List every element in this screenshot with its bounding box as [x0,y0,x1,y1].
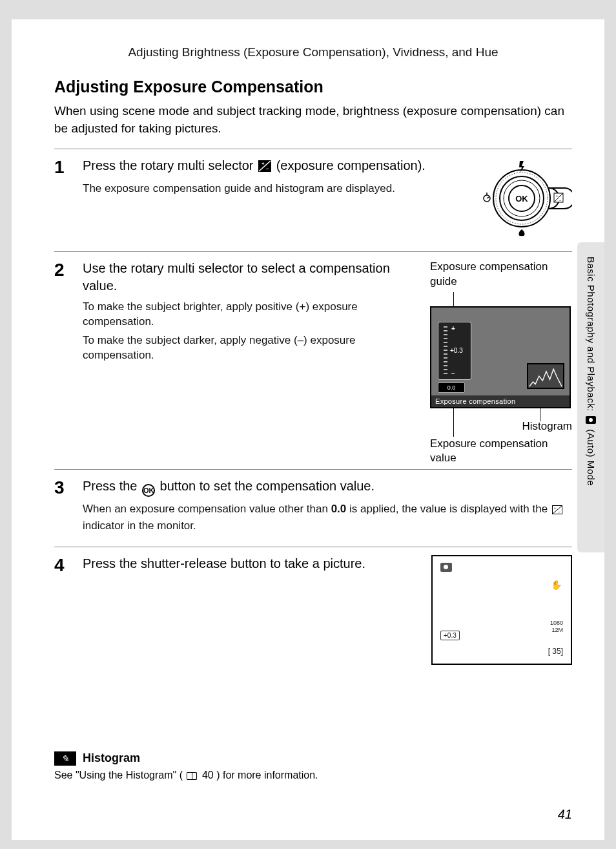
step-sub: The exposure compensation guide and hist… [83,182,471,196]
page-number: 41 [558,807,572,822]
manual-page: Adjusting Brightness (Exposure Compensat… [12,19,604,840]
step-sub: When an exposure compensation value othe… [83,502,572,534]
svg-text:−: − [558,510,560,514]
exposure-value-badge: 0.0 [438,383,465,393]
step-3: 3 Press the OK button to set the compens… [54,470,572,547]
text: button to set the compensation value. [160,479,375,493]
label-exposure-guide: Exposure compensation guide [430,260,572,289]
ok-label: OK [515,194,528,204]
step-lead: Press the shutter-release button to take… [83,555,417,572]
step-1: 1 Press the rotary multi selector +− (ex… [54,149,572,251]
note-title: Histogram [83,751,140,765]
text: Press the rotary multi selector [83,158,257,173]
result-screen-figure: ✋ +0.3 108012M [ 35] [427,555,572,665]
rotary-selector-figure: OK +− [482,157,572,242]
camera-icon [586,416,596,424]
step-sub: To make the subject brighter, apply posi… [83,300,420,330]
svg-text:+: + [554,506,557,510]
breadcrumb: Adjusting Brightness (Exposure Compensat… [54,45,572,59]
gauge-value: +0.3 [450,347,463,354]
step-4: 4 Press the shutter-release button to ta… [54,547,572,674]
text: Press the [83,479,141,493]
svg-text:+: + [556,194,559,198]
exposure-chip: +0.3 [440,631,460,640]
exposure-comp-icon: +− [552,504,562,519]
text: indicator in the monitor. [83,519,196,532]
text: ) for more information. [216,770,318,781]
text: See "Using the Histogram" ( [54,770,183,781]
step-lead: Press the rotary multi selector +− (expo… [83,157,471,176]
callout-exposure-value: Exposure compensation value [430,437,572,465]
note-icon: ✎ [54,751,76,766]
exposure-comp-icon: +− [258,159,271,176]
svg-text:−: − [559,198,562,202]
step-number: 1 [54,157,72,242]
svg-text:−: − [266,166,269,172]
note-body: See "Using the Histogram" ( 40 ) for mor… [54,770,572,781]
shots-remaining: [ 35] [548,647,563,656]
exposure-guide-figure: Exposure compensation guide + − +0.3 0.0… [430,260,572,460]
step-sub: To make the subject darker, apply negati… [83,333,420,363]
page-title: Adjusting Exposure Compensation [54,78,572,96]
bold-value: 0.0 [331,503,347,515]
resolution-indicator: 108012M [550,620,563,634]
note-histogram: ✎ Histogram See "Using the Histogram" ( … [54,751,572,781]
text: (exposure compensation). [276,158,426,173]
step-number: 2 [54,260,72,460]
step-2: 2 Use the rotary multi selector to selec… [54,252,572,469]
camera-screen: ✋ +0.3 108012M [ 35] [431,555,572,665]
camera-screen: + − +0.3 0.0 Exposure compensation [430,306,571,408]
page-ref-icon [187,772,197,780]
step-number: 4 [54,555,72,665]
step-lead: Press the OK button to set the compensat… [83,477,572,497]
screen-title: Exposure compensation [431,395,570,407]
callout-histogram: Histogram [522,420,572,433]
histogram-icon [527,363,564,389]
camera-mode-icon [440,563,452,572]
section-tab: Basic Photography and Playback: (Auto) M… [577,242,604,552]
section-tab-label: Basic Photography and Playback: (Auto) M… [586,257,597,552]
step-lead: Use the rotary multi selector to select … [83,260,420,295]
page-ref-number: 40 [202,770,214,781]
step-number: 3 [54,477,72,538]
text: is applied, the value is displayed with … [349,503,551,515]
svg-text:+: + [262,161,265,167]
leader-lines [430,292,572,306]
ok-button-icon: OK [142,484,155,497]
text: When an exposure compensation value othe… [83,503,331,515]
vr-icon: ✋ [551,580,562,590]
intro-text: When using scene mode and subject tracki… [54,103,572,137]
exposure-gauge: + − +0.3 [438,322,471,380]
